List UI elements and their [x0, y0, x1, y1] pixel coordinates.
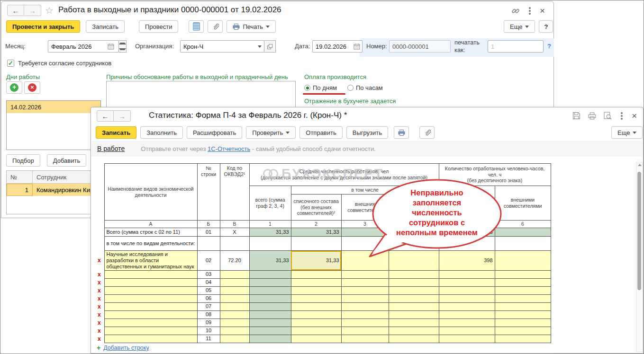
decode-button[interactable]: Расшифровать — [187, 126, 242, 139]
table-cell[interactable] — [291, 327, 341, 335]
status-state-link[interactable]: В работе — [97, 145, 125, 152]
month-input[interactable] — [48, 40, 119, 53]
table-cell[interactable] — [220, 278, 249, 286]
table-cell[interactable] — [104, 286, 197, 294]
table-cell[interactable] — [249, 335, 291, 343]
table-cell[interactable] — [389, 286, 439, 294]
table-cell[interactable] — [291, 319, 341, 327]
table-cell[interactable] — [249, 278, 291, 286]
table-cell[interactable] — [341, 278, 389, 286]
number-input[interactable] — [389, 40, 451, 53]
delete-row-icon[interactable]: х — [97, 302, 104, 310]
close-icon[interactable]: × — [632, 111, 637, 120]
pay-by-days-radio[interactable] — [304, 85, 310, 91]
table-cell[interactable] — [104, 302, 197, 310]
consent-checkbox[interactable]: ✓ — [7, 60, 14, 67]
table-cell[interactable] — [220, 237, 249, 251]
table-cell[interactable]: 31,33 — [249, 228, 291, 237]
table-cell[interactable]: 03 — [197, 270, 220, 278]
table-cell[interactable]: 72.20 — [220, 251, 249, 271]
table-cell[interactable] — [249, 302, 291, 310]
save-floppy-icon[interactable] — [572, 112, 581, 120]
table-cell[interactable] — [439, 319, 495, 327]
table-cell[interactable] — [291, 270, 341, 278]
delete-row-icon[interactable]: х — [97, 335, 104, 343]
more-button[interactable]: Еще — [611, 126, 643, 139]
back-button[interactable]: ← — [7, 5, 24, 16]
table-cell[interactable]: 05 — [197, 286, 220, 294]
table-cell[interactable] — [291, 278, 341, 286]
table-cell[interactable] — [341, 335, 389, 343]
table-cell[interactable]: 01 — [197, 228, 220, 237]
post-and-close-button[interactable]: Провести и закрыть — [6, 20, 80, 33]
print-toolbar-button[interactable] — [394, 126, 409, 139]
table-cell[interactable]: Х — [220, 228, 249, 237]
table-cell[interactable]: в том числе по видам деятельности: — [104, 237, 197, 251]
table-cell[interactable] — [495, 278, 551, 286]
table-cell[interactable] — [104, 270, 197, 278]
vertical-scrollbar[interactable] — [636, 162, 643, 352]
table-cell[interactable] — [495, 335, 551, 343]
table-cell[interactable] — [341, 270, 389, 278]
table-cell[interactable] — [495, 302, 551, 310]
table-cell[interactable] — [495, 286, 551, 294]
post-button[interactable]: Провести — [139, 20, 179, 33]
list-item[interactable]: 14.02.2026 — [7, 101, 100, 113]
link-icon[interactable] — [511, 7, 520, 15]
table-cell[interactable] — [439, 335, 495, 343]
table-cell[interactable] — [495, 310, 551, 319]
delete-row-icon[interactable]: х — [97, 251, 104, 271]
save-button[interactable]: Записать — [96, 126, 136, 139]
table-cell[interactable] — [389, 294, 439, 302]
table-cell[interactable] — [495, 270, 551, 278]
pay-by-hours-radio[interactable] — [347, 85, 354, 91]
table-cell[interactable] — [291, 286, 341, 294]
table-cell[interactable] — [389, 327, 439, 335]
organization-open-button[interactable] — [264, 40, 276, 53]
table-cell[interactable] — [439, 310, 495, 319]
table-cell[interactable]: 31,33 — [291, 228, 341, 237]
table-cell[interactable]: 08 — [197, 310, 220, 319]
table-cell[interactable] — [341, 327, 389, 335]
table-cell[interactable]: 07 — [197, 302, 220, 310]
table-cell[interactable] — [249, 294, 291, 302]
table-cell[interactable] — [439, 278, 495, 286]
fill-button[interactable]: Заполнить — [140, 126, 183, 139]
table-cell[interactable] — [439, 270, 495, 278]
table-cell[interactable] — [291, 302, 341, 310]
table-cell[interactable] — [220, 310, 249, 319]
delete-row-icon[interactable]: х — [97, 310, 104, 319]
print-as-input[interactable] — [488, 40, 544, 53]
table-cell[interactable] — [389, 270, 439, 278]
work-days-list[interactable]: 14.02.2026 — [6, 100, 101, 150]
table-cell[interactable] — [249, 286, 291, 294]
table-cell[interactable] — [220, 286, 249, 294]
table-cell[interactable] — [220, 270, 249, 278]
menu-kebab-icon[interactable] — [527, 10, 532, 12]
table-cell[interactable] — [341, 319, 389, 327]
add-row-link[interactable]: Добавить строку — [103, 345, 149, 351]
close-icon[interactable]: × — [540, 6, 545, 15]
table-cell[interactable]: 04 — [197, 278, 220, 286]
table-cell[interactable] — [389, 310, 439, 319]
table-cell[interactable] — [104, 335, 197, 343]
table-cell[interactable] — [104, 319, 197, 327]
table-cell[interactable] — [291, 310, 341, 319]
forward-button[interactable]: → — [114, 110, 131, 122]
organization-input[interactable] — [180, 40, 264, 53]
table-cell[interactable] — [197, 237, 220, 251]
send-button[interactable]: Отправить — [299, 126, 342, 139]
save-button[interactable]: Записать — [86, 20, 125, 33]
table-cell[interactable] — [439, 327, 495, 335]
delete-row-icon[interactable]: х — [97, 327, 104, 335]
delete-row-icon[interactable]: х — [97, 319, 104, 327]
pick-button[interactable]: Подбор — [6, 154, 40, 167]
table-cell[interactable] — [389, 319, 439, 327]
table-cell[interactable] — [220, 302, 249, 310]
table-cell[interactable]: 09 — [197, 319, 220, 327]
table-cell[interactable] — [291, 335, 341, 343]
table-cell[interactable] — [495, 327, 551, 335]
table-cell[interactable] — [439, 286, 495, 294]
table-cell[interactable]: 31,33 — [291, 251, 341, 271]
print-icon[interactable] — [588, 112, 596, 120]
